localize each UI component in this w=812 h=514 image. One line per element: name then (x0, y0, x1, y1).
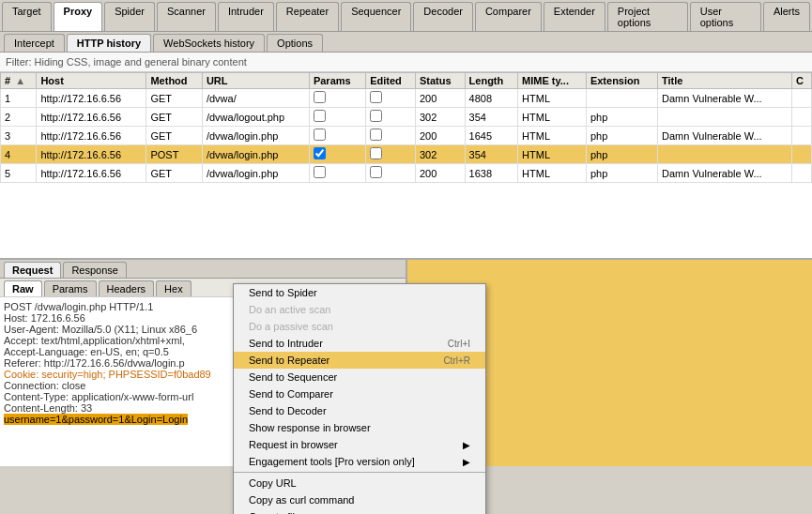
menu-item[interactable]: Send to RepeaterCtrl+R (234, 352, 485, 369)
menu-item-label: Send to Repeater (249, 355, 329, 366)
sub-tab-bar: Intercept HTTP history WebSockets histor… (0, 32, 812, 53)
tab-project-options[interactable]: Project options (607, 2, 688, 31)
tab-comparer[interactable]: Comparer (475, 2, 542, 31)
top-tab-bar: Target Proxy Spider Scanner Intruder Rep… (0, 0, 812, 32)
menu-item[interactable]: Copy as curl command (234, 491, 485, 508)
table-row[interactable]: 2http://172.16.6.56GET/dvwa/logout.php30… (1, 108, 812, 127)
subtab-options[interactable]: Options (267, 34, 323, 52)
col-header-params[interactable]: Params (309, 73, 365, 89)
panel-tab-response[interactable]: Response (63, 262, 127, 278)
tab-decoder[interactable]: Decoder (413, 2, 473, 31)
menu-item[interactable]: Send to Comparer (234, 386, 485, 402)
panel-tab-request[interactable]: Request (4, 262, 61, 278)
menu-item-shortcut: Ctrl+I (448, 339, 470, 349)
filter-bar: Filter: Hiding CSS, image and general bi… (0, 53, 812, 72)
menu-item[interactable]: Send to Spider (234, 284, 485, 301)
menu-item-label: Request in browser (249, 439, 338, 450)
selected-text: username=1&password=1&Login=Login (4, 414, 188, 425)
table-row[interactable]: 3http://172.16.6.56GET/dvwa/login.php200… (1, 127, 812, 145)
table-row[interactable]: 5http://172.16.6.56GET/dvwa/login.php200… (1, 164, 812, 183)
tab-repeater[interactable]: Repeater (276, 2, 339, 31)
menu-item[interactable]: Engagement tools [Pro version only]▶ (234, 453, 485, 470)
menu-item-label: Send to Decoder (249, 405, 327, 416)
menu-item-label: Copy URL (249, 477, 297, 489)
menu-item-label: Do a passive scan (249, 321, 333, 332)
submenu-arrow-icon: ▶ (463, 440, 470, 450)
tab-sequencer[interactable]: Sequencer (341, 2, 411, 31)
menu-item[interactable]: Send to Decoder (234, 402, 485, 419)
table-row[interactable]: 1http://172.16.6.56GET/dvwa/2004808HTMLD… (1, 89, 812, 108)
subtab-intercept[interactable]: Intercept (4, 34, 65, 52)
inner-tab-headers[interactable]: Headers (99, 280, 155, 296)
menu-item-label: Engagement tools [Pro version only] (249, 456, 415, 467)
menu-item[interactable]: Send to Sequencer (234, 369, 485, 386)
menu-item-label: Do an active scan (249, 304, 330, 315)
col-header-length[interactable]: Length (465, 73, 517, 89)
menu-item-label: Copy as curl command (249, 494, 355, 506)
subtab-http-history[interactable]: HTTP history (67, 34, 151, 52)
col-header-c[interactable]: C (791, 73, 811, 89)
table-row[interactable]: 4http://172.16.6.56POST/dvwa/login.php30… (1, 145, 812, 164)
col-header-url[interactable]: URL (202, 73, 309, 89)
inner-tab-params[interactable]: Params (44, 280, 97, 296)
menu-item: Do an active scan (234, 301, 485, 318)
col-header-extension[interactable]: Extension (586, 73, 657, 89)
menu-item-label: Send to Spider (249, 287, 317, 298)
menu-separator (234, 472, 485, 473)
inner-tab-hex[interactable]: Hex (156, 280, 192, 296)
http-history-table-container: # ▲ Host Method URL Params Edited Status… (0, 72, 812, 260)
col-header-id[interactable]: # ▲ (1, 73, 37, 89)
panel-tab-bar: Request Response (0, 260, 406, 279)
menu-item: Do a passive scan (234, 318, 485, 335)
col-header-status[interactable]: Status (415, 73, 465, 89)
subtab-websockets-history[interactable]: WebSockets history (153, 34, 265, 52)
menu-item[interactable]: Copy to file (234, 508, 485, 514)
menu-item[interactable]: Copy URL (234, 475, 485, 491)
col-header-mime[interactable]: MIME ty... (518, 73, 587, 89)
menu-item-label: Send to Comparer (249, 388, 333, 400)
tab-intruder[interactable]: Intruder (218, 2, 274, 31)
tab-extender[interactable]: Extender (544, 2, 605, 31)
menu-item[interactable]: Send to IntruderCtrl+I (234, 335, 485, 352)
tab-scanner[interactable]: Scanner (157, 2, 216, 31)
tab-spider[interactable]: Spider (104, 2, 155, 31)
http-history-table: # ▲ Host Method URL Params Edited Status… (0, 72, 812, 183)
tab-user-options[interactable]: User options (690, 2, 761, 31)
menu-item-shortcut: Ctrl+R (443, 355, 470, 366)
menu-item-label: Send to Intruder (249, 338, 323, 349)
col-header-host[interactable]: Host (37, 73, 146, 89)
submenu-arrow-icon: ▶ (463, 457, 470, 467)
tab-proxy[interactable]: Proxy (54, 2, 103, 31)
menu-item[interactable]: Request in browser▶ (234, 436, 485, 453)
inner-tab-raw[interactable]: Raw (4, 280, 42, 296)
context-menu: Send to SpiderDo an active scanDo a pass… (233, 283, 486, 514)
menu-item-label: Send to Sequencer (249, 371, 337, 383)
tab-alerts[interactable]: Alerts (763, 2, 810, 31)
col-header-edited[interactable]: Edited (366, 73, 416, 89)
col-header-method[interactable]: Method (146, 73, 202, 89)
tab-target[interactable]: Target (2, 2, 52, 31)
menu-item-label: Show response in browser (249, 422, 371, 433)
col-header-title[interactable]: Title (658, 73, 792, 89)
menu-item[interactable]: Show response in browser (234, 419, 485, 436)
